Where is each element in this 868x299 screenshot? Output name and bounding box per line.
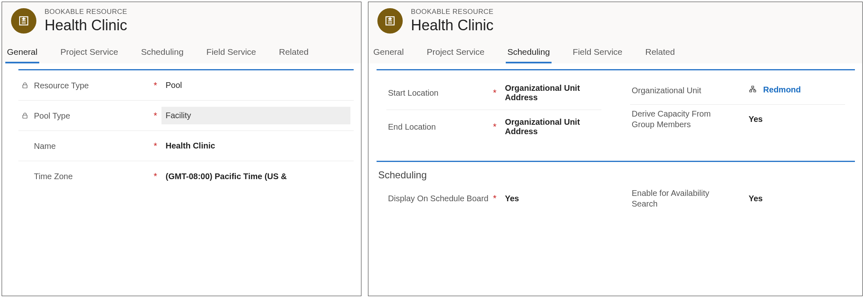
end-location-value[interactable]: Organizational Unit Address bbox=[501, 113, 598, 140]
resource-type-value[interactable]: Pool bbox=[161, 76, 350, 94]
derive-capacity-value[interactable]: Yes bbox=[745, 110, 842, 128]
svg-rect-5 bbox=[750, 90, 752, 92]
field-enable-availability-search: Enable for Availability Search Yes bbox=[630, 184, 845, 213]
field-label: Resource Type bbox=[34, 80, 89, 91]
field-start-location: Start Location * Organizational Unit Add… bbox=[386, 76, 601, 110]
start-location-value[interactable]: Organizational Unit Address bbox=[501, 79, 598, 106]
field-label: Display On Schedule Board bbox=[388, 193, 489, 204]
svg-rect-1 bbox=[23, 85, 27, 88]
scheduling-locations-section: Start Location * Organizational Unit Add… bbox=[377, 69, 855, 149]
field-label: End Location bbox=[388, 121, 436, 132]
tab-scheduling[interactable]: Scheduling bbox=[506, 43, 552, 63]
required-mark: * bbox=[149, 141, 161, 151]
field-derive-capacity: Derive Capacity From Group Members Yes bbox=[630, 105, 845, 133]
tab-general[interactable]: General bbox=[5, 43, 39, 63]
tab-field-service[interactable]: Field Service bbox=[571, 43, 624, 63]
panel-scheduling: BOOKABLE RESOURCE Health Clinic General … bbox=[368, 2, 863, 296]
tab-bar: General Project Service Scheduling Field… bbox=[2, 41, 361, 63]
record-header: BOOKABLE RESOURCE Health Clinic bbox=[2, 2, 361, 41]
tab-general[interactable]: General bbox=[372, 43, 406, 63]
required-mark: * bbox=[489, 121, 501, 132]
svg-rect-4 bbox=[752, 86, 754, 88]
tab-related[interactable]: Related bbox=[644, 43, 676, 63]
org-unit-value[interactable]: Redmond bbox=[745, 81, 842, 99]
field-pool-type: Pool Type * Facility bbox=[18, 101, 354, 131]
field-label: Time Zone bbox=[34, 171, 73, 182]
field-name: Name * Health Clinic bbox=[18, 131, 354, 161]
record-title: Health Clinic bbox=[411, 17, 493, 34]
record-icon bbox=[377, 8, 403, 34]
field-display-on-schedule-board: Display On Schedule Board * Yes bbox=[386, 184, 601, 213]
field-label: Derive Capacity From Group Members bbox=[632, 108, 732, 130]
name-value[interactable]: Health Clinic bbox=[161, 137, 350, 155]
panel-general: BOOKABLE RESOURCE Health Clinic General … bbox=[2, 2, 361, 296]
field-label: Enable for Availability Search bbox=[632, 188, 732, 209]
svg-rect-6 bbox=[754, 90, 756, 92]
field-label: Start Location bbox=[388, 88, 438, 98]
tab-related[interactable]: Related bbox=[277, 43, 310, 63]
required-mark: * bbox=[149, 80, 161, 91]
time-zone-value[interactable]: (GMT-08:00) Pacific Time (US & bbox=[161, 168, 350, 185]
record-entity-label: BOOKABLE RESOURCE bbox=[45, 8, 127, 16]
enable-avail-value[interactable]: Yes bbox=[745, 190, 842, 207]
record-header-text: BOOKABLE RESOURCE Health Clinic bbox=[45, 8, 127, 34]
record-entity-label: BOOKABLE RESOURCE bbox=[411, 8, 493, 16]
required-mark: * bbox=[149, 110, 161, 121]
scheduling-settings-section: Scheduling Display On Schedule Board * Y… bbox=[377, 161, 855, 218]
field-label: Organizational Unit bbox=[632, 85, 701, 96]
field-time-zone: Time Zone * (GMT-08:00) Pacific Time (US… bbox=[18, 161, 354, 191]
general-section: Resource Type * Pool Pool Type * Facilit… bbox=[18, 69, 354, 191]
section-heading: Scheduling bbox=[377, 162, 855, 184]
pool-type-value[interactable]: Facility bbox=[161, 107, 350, 124]
field-label: Name bbox=[34, 141, 56, 151]
tab-project-service[interactable]: Project Service bbox=[59, 43, 120, 63]
record-header: BOOKABLE RESOURCE Health Clinic bbox=[368, 2, 862, 41]
field-resource-type: Resource Type * Pool bbox=[18, 70, 354, 101]
tab-project-service[interactable]: Project Service bbox=[425, 43, 486, 63]
display-on-board-value[interactable]: Yes bbox=[501, 190, 598, 207]
tab-bar: General Project Service Scheduling Field… bbox=[368, 41, 862, 63]
required-mark: * bbox=[489, 193, 501, 204]
tab-scheduling[interactable]: Scheduling bbox=[139, 43, 185, 63]
record-title: Health Clinic bbox=[45, 17, 127, 34]
field-label: Pool Type bbox=[34, 110, 70, 121]
svg-rect-2 bbox=[23, 115, 27, 118]
org-unit-link[interactable]: Redmond bbox=[763, 85, 801, 94]
required-mark: * bbox=[149, 171, 161, 182]
required-mark: * bbox=[489, 88, 501, 98]
field-org-unit: Organizational Unit Redmond bbox=[630, 76, 845, 105]
lock-icon bbox=[20, 82, 30, 89]
record-header-text: BOOKABLE RESOURCE Health Clinic bbox=[411, 8, 493, 34]
field-end-location: End Location * Organizational Unit Addre… bbox=[386, 110, 601, 144]
tab-field-service[interactable]: Field Service bbox=[205, 43, 258, 63]
record-icon bbox=[11, 8, 36, 34]
lock-icon bbox=[20, 112, 30, 119]
org-tree-icon bbox=[749, 85, 757, 95]
